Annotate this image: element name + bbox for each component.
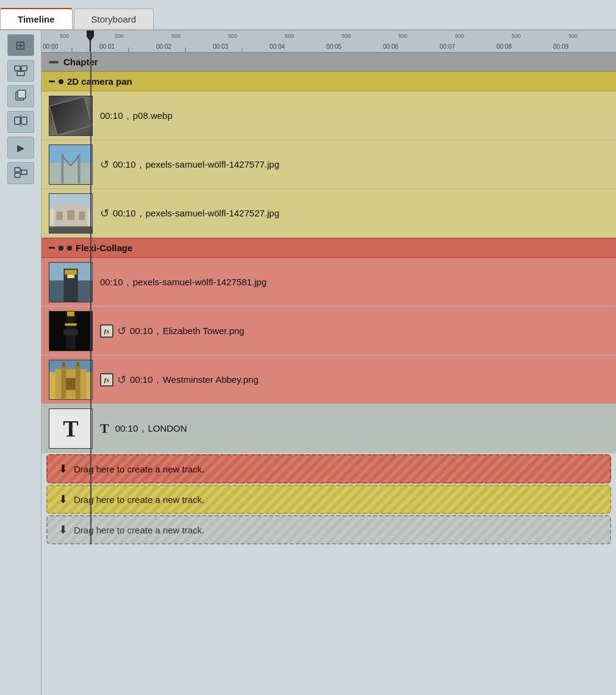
ruler-svg: 00:00 00:01 00:02 00:03 00:04 00:05 00:0… [41,30,616,52]
content-area: Chapter 2D camera pan 00:10 [41,52,616,695]
track-row[interactable]: ↺ 00:10 , pexels-samuel-wölfl-1427577.jp… [41,140,616,189]
drag-zone-yellow-label: Drag here to create a new track. [74,494,204,505]
track-duration: 00:10 [130,374,153,385]
track-info: ↺ 00:10 , pexels-samuel-wölfl-1427527.jp… [100,207,279,220]
track-duration: 00:10 [130,326,153,336]
svg-rect-53 [67,274,74,278]
content-wrapper: Chapter 2D camera pan 00:10 [41,52,616,544]
drag-zone-gray-label: Drag here to create a new track. [74,525,204,535]
text-thumb-T: T [63,415,78,442]
add-group-btn[interactable] [7,60,34,82]
drag-zone-red[interactable]: ⬇ Drag here to create a new track. [46,454,611,483]
track-separator: , [157,374,159,385]
track-time-name: fx ↺ 00:10 , Westminster Abbey.png [100,373,259,387]
svg-rect-64 [62,362,65,366]
section-flexi-collage[interactable]: Flexi-Collage [41,238,616,258]
track-separator: , [127,277,129,287]
svg-rect-11 [15,173,20,177]
play-btn[interactable]: ▶ [7,137,34,159]
svg-rect-52 [65,269,76,274]
svg-text:00:00: 00:00 [43,43,58,50]
timeline-area: 00:00 00:01 00:02 00:03 00:04 00:05 00:0… [41,30,616,695]
track-time-name: fx ↺ 00:10 , Elizabeth Tower.png [100,324,245,338]
drag-zone-gray[interactable]: ⬇ Drag here to create a new track. [46,515,611,544]
svg-text:00:09: 00:09 [553,43,568,50]
track-info: ↺ 00:10 , pexels-samuel-wölfl-1427577.jp… [100,158,279,171]
svg-rect-65 [77,362,79,366]
svg-rect-46 [67,210,74,220]
svg-rect-47 [79,212,85,220]
bridge-thumb-svg [49,144,92,185]
guard-thumb-svg [49,262,92,302]
grid-icon-btn[interactable]: ⊞ [7,34,34,56]
chapter-dash [49,61,59,63]
track-separator: , [127,110,129,121]
track-thumbnail [49,96,93,136]
track-separator: , [140,208,142,218]
tab-timeline[interactable]: Timeline [0,8,73,29]
svg-rect-57 [63,329,77,335]
track-row[interactable]: 00:10 , pexels-samuel-wölfl-1427581.jpg [41,258,616,307]
track-filename: pexels-samuel-wölfl-1427581.jpg [133,277,267,287]
svg-rect-38 [61,154,63,184]
duplicate-btn[interactable] [7,85,34,107]
tab-storyboard[interactable]: Storyboard [74,9,154,29]
track-filename: pexels-samuel-wölfl-1427527.jpg [146,208,279,218]
svg-rect-58 [67,311,74,316]
track-row[interactable]: 00:10 , p08.webp [41,91,616,140]
svg-text:00:01: 00:01 [99,43,115,50]
svg-rect-63 [76,363,81,398]
svg-text:00:02: 00:02 [156,43,171,50]
track-info: T 00:10 , LONDON [100,421,187,437]
2d-camera-label: 2D camera pan [67,76,132,87]
svg-rect-45 [57,212,63,220]
flexi-label: Flexi-Collage [76,243,132,253]
ruler[interactable]: 00:00 00:01 00:02 00:03 00:04 00:05 00:0… [41,30,616,52]
svg-text:00:05: 00:05 [326,43,342,50]
svg-rect-62 [61,363,66,398]
track-filename: Westminster Abbey.png [163,374,259,385]
grid-icon: ⊞ [15,38,26,52]
svg-text:00:08: 00:08 [496,43,512,50]
pan-icon: ↺ [100,158,109,171]
pan-icon: ↺ [117,324,126,338]
book-thumb-inner [49,96,93,135]
track-thumbnail [49,262,93,302]
add-group-icon [14,63,27,79]
section-2d-camera[interactable]: 2D camera pan [41,71,616,91]
svg-rect-7 [15,117,20,124]
split-icon [14,114,27,130]
play-icon: ▶ [17,142,24,154]
track-row[interactable]: ↺ 00:10 , pexels-samuel-wölfl-1427527.jp… [41,189,616,238]
track-filename: pexels-samuel-wölfl-1427577.jpg [146,159,279,169]
svg-rect-0 [15,66,20,71]
section-chapter[interactable]: Chapter [41,52,616,71]
split-btn[interactable] [7,111,34,133]
connect-btn[interactable] [7,162,34,184]
track-info: 00:10 , p08.webp [100,110,173,121]
track-row[interactable]: T T 00:10 , LONDON [41,404,616,453]
svg-rect-10 [15,168,20,172]
flexi-dash1 [49,247,55,249]
track-row[interactable]: fx ↺ 00:10 , Westminster Abbey.png [41,355,616,404]
drag-zone-yellow[interactable]: ⬇ Drag here to create a new track. [46,485,611,514]
track-info: fx ↺ 00:10 , Westminster Abbey.png [100,373,259,387]
2d-dash1 [49,80,55,82]
track-time-name: ↺ 00:10 , pexels-samuel-wölfl-1427577.jp… [100,158,279,171]
svg-rect-6 [18,90,26,98]
track-row[interactable]: fx ↺ 00:10 , Elizabeth Tower.png [41,307,616,355]
track-thumbnail [49,311,93,351]
drag-down-icon: ⬇ [59,493,68,506]
track-filename: Elizabeth Tower.png [163,326,245,336]
main-layout: ⊞ [0,30,616,695]
track-time-name: 00:10 , pexels-samuel-wölfl-1427581.jpg [100,277,267,287]
track-thumbnail [49,144,93,185]
track-time-name: T 00:10 , LONDON [100,421,187,437]
connect-icon [14,165,27,182]
svg-rect-56 [65,323,76,326]
drag-down-icon: ⬇ [59,462,68,476]
track-thumbnail [49,193,93,233]
toolbar: ⊞ [0,30,41,695]
chapter-label: Chapter [63,57,98,67]
tab-bar: Timeline Storyboard [0,0,616,30]
